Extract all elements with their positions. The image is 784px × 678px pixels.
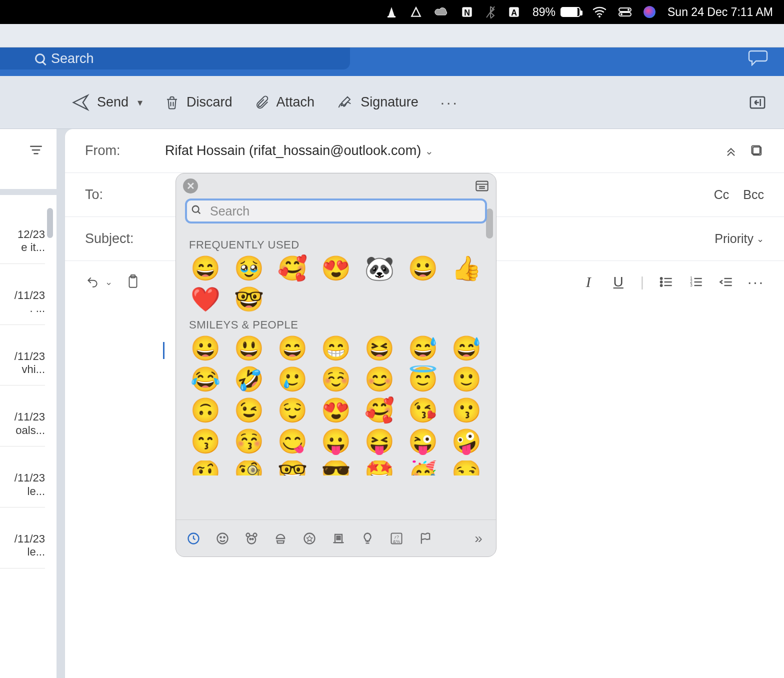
notion-icon[interactable]: N bbox=[460, 6, 474, 18]
send-button[interactable]: Send ▾ bbox=[71, 93, 142, 112]
mail-list[interactable]: 12/23e it... /11/23. ... /11/23vhi... /1… bbox=[0, 219, 45, 568]
category-recent-icon[interactable] bbox=[185, 530, 202, 547]
emoji-item[interactable]: 🥹 bbox=[230, 256, 267, 280]
emoji-item[interactable]: 😅 bbox=[405, 336, 442, 360]
emoji-item[interactable]: 😙 bbox=[187, 430, 224, 454]
app-triangle-icon[interactable] bbox=[410, 6, 422, 18]
emoji-item[interactable]: 😎 bbox=[318, 460, 354, 476]
category-objects-icon[interactable] bbox=[359, 530, 376, 547]
svg-point-45 bbox=[224, 536, 224, 538]
close-icon[interactable]: ✕ bbox=[183, 178, 198, 194]
emoji-item[interactable]: 🤓 bbox=[230, 288, 267, 312]
emoji-item[interactable]: 😄 bbox=[274, 336, 310, 360]
vlc-icon[interactable] bbox=[386, 6, 398, 18]
paste-button[interactable] bbox=[126, 274, 140, 290]
category-symbols-icon[interactable]: ♪?&% bbox=[388, 530, 405, 547]
category-animals-icon[interactable] bbox=[243, 530, 260, 547]
svg-rect-36 bbox=[476, 182, 488, 191]
bluetooth-off-icon[interactable] bbox=[486, 6, 496, 18]
emoji-item[interactable]: 🐼 bbox=[362, 256, 398, 280]
discard-button[interactable]: Discard bbox=[164, 94, 232, 110]
emoji-item[interactable]: 😊 bbox=[362, 368, 398, 392]
chat-bubble-icon[interactable] bbox=[748, 48, 769, 66]
emoji-item[interactable]: 😀 bbox=[187, 336, 224, 360]
global-search[interactable]: Search bbox=[0, 48, 350, 70]
emoji-item[interactable]: 😍 bbox=[318, 398, 354, 422]
mail-list-pane: 12/23e it... /11/23. ... /11/23vhi... /1… bbox=[0, 129, 57, 678]
emoji-item[interactable]: 😌 bbox=[274, 398, 310, 422]
wifi-icon[interactable] bbox=[592, 6, 606, 18]
emoji-item[interactable]: 😆 bbox=[362, 336, 398, 360]
emoji-item[interactable]: 🧐 bbox=[230, 460, 267, 476]
emoji-item[interactable]: 🤓 bbox=[274, 460, 310, 476]
emoji-item[interactable]: 😝 bbox=[362, 430, 398, 454]
emoji-item[interactable]: 😗 bbox=[448, 398, 485, 422]
italic-button[interactable]: I bbox=[580, 274, 596, 290]
emoji-item[interactable]: 😏 bbox=[448, 460, 485, 476]
emoji-item[interactable]: 🤨 bbox=[187, 460, 224, 476]
emoji-item[interactable]: ☺️ bbox=[318, 368, 354, 392]
category-travel-icon[interactable] bbox=[330, 530, 347, 547]
cloud-sync-icon[interactable] bbox=[434, 7, 448, 17]
emoji-item[interactable]: 🤣 bbox=[230, 368, 267, 392]
emoji-item[interactable]: 😘 bbox=[405, 398, 442, 422]
expand-window-icon[interactable] bbox=[475, 180, 489, 192]
filter-icon[interactable] bbox=[28, 144, 44, 156]
scrollbar-thumb[interactable] bbox=[47, 208, 53, 238]
emoji-item[interactable]: 😂 bbox=[187, 368, 224, 392]
emoji-item[interactable]: 😁 bbox=[318, 336, 354, 360]
category-smileys-icon[interactable] bbox=[214, 530, 231, 547]
attach-button[interactable]: Attach bbox=[254, 94, 315, 110]
outdent-button[interactable] bbox=[718, 274, 734, 290]
emoji-item[interactable]: 🙂 bbox=[448, 368, 485, 392]
emoji-item[interactable]: 😋 bbox=[274, 430, 310, 454]
emoji-item[interactable]: 😄 bbox=[187, 256, 224, 280]
emoji-item[interactable]: 😃 bbox=[230, 336, 267, 360]
cc-button[interactable]: Cc bbox=[714, 188, 730, 202]
numbered-list-button[interactable]: 123 bbox=[688, 274, 704, 290]
category-food-icon[interactable] bbox=[272, 530, 289, 547]
emoji-item[interactable]: 🤩 bbox=[362, 460, 398, 476]
emoji-item[interactable]: 😇 bbox=[405, 368, 442, 392]
chevron-down-icon[interactable]: ⌄ bbox=[105, 276, 112, 288]
menubar-datetime[interactable]: Sun 24 Dec 7:11 AM bbox=[668, 6, 773, 19]
keyboard-input-icon[interactable]: A bbox=[508, 6, 520, 18]
priority-dropdown[interactable]: Priority ⌄ bbox=[714, 232, 764, 246]
emoji-search-input[interactable] bbox=[185, 198, 487, 224]
emoji-item[interactable]: 😚 bbox=[230, 430, 267, 454]
popout-icon[interactable] bbox=[750, 144, 764, 158]
emoji-item[interactable]: 🥰 bbox=[274, 256, 310, 280]
undo-button[interactable]: ⌄ bbox=[85, 276, 112, 288]
more-format-button[interactable]: ··· bbox=[748, 274, 764, 290]
bcc-button[interactable]: Bcc bbox=[743, 188, 764, 202]
emoji-item[interactable]: 😍 bbox=[318, 256, 354, 280]
category-flags-icon[interactable] bbox=[417, 530, 434, 547]
expand-up-icon[interactable] bbox=[724, 144, 738, 158]
more-options-button[interactable]: ··· bbox=[440, 94, 459, 111]
battery-status[interactable]: 89% bbox=[532, 6, 580, 19]
from-dropdown[interactable]: Rifat Hossain (rifat_hossain@outlook.com… bbox=[165, 143, 724, 158]
svg-point-8 bbox=[598, 16, 600, 18]
emoji-item[interactable]: 🤪 bbox=[448, 430, 485, 454]
collapse-panel-button[interactable] bbox=[749, 95, 766, 110]
emoji-item[interactable]: 🥰 bbox=[362, 398, 398, 422]
emoji-item[interactable]: 😛 bbox=[318, 430, 354, 454]
emoji-item[interactable]: 👍 bbox=[448, 256, 485, 280]
underline-button[interactable]: U bbox=[610, 274, 626, 290]
bullet-list-button[interactable] bbox=[658, 274, 674, 290]
control-center-icon[interactable] bbox=[618, 8, 632, 16]
siri-icon[interactable] bbox=[644, 6, 656, 18]
emoji-item[interactable]: 🥳 bbox=[405, 460, 442, 476]
category-activity-icon[interactable] bbox=[301, 530, 318, 547]
emoji-item[interactable]: 😉 bbox=[230, 398, 267, 422]
emoji-item[interactable]: 🙃 bbox=[187, 398, 224, 422]
more-categories-icon[interactable]: » bbox=[470, 530, 487, 547]
emoji-item[interactable]: ❤️ bbox=[187, 288, 224, 312]
emoji-item[interactable]: 😀 bbox=[405, 256, 442, 280]
chevron-down-icon[interactable]: ▾ bbox=[138, 96, 142, 108]
emoji-item[interactable]: 🥲 bbox=[274, 368, 310, 392]
svg-point-43 bbox=[218, 533, 228, 544]
emoji-item[interactable]: 😜 bbox=[405, 430, 442, 454]
emoji-item[interactable]: 😅 bbox=[448, 336, 485, 360]
signature-button[interactable]: Signature bbox=[336, 94, 418, 110]
